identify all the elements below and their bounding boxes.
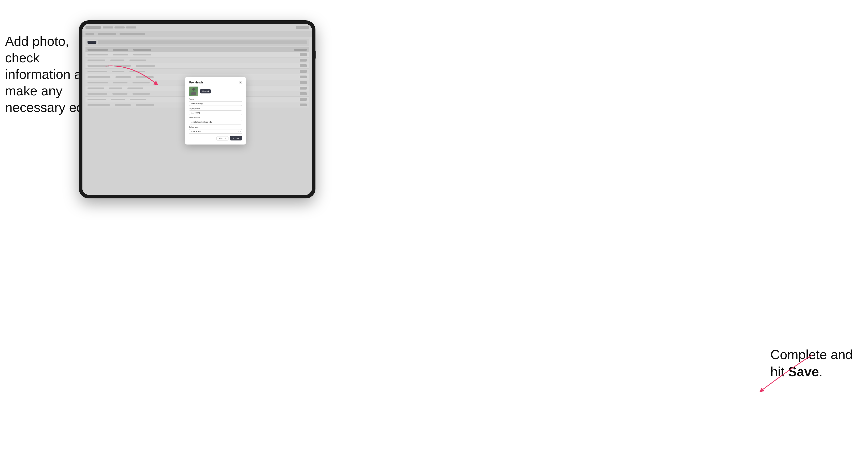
email-input[interactable] xyxy=(189,120,242,124)
user-details-dialog: User details × Upload Name Dis xyxy=(185,77,246,145)
display-name-field-group: Display name xyxy=(189,107,242,115)
save-icon: ⬆ xyxy=(232,137,234,139)
name-label: Name xyxy=(189,98,242,100)
email-field-group: Email address xyxy=(189,117,242,124)
dialog-footer: Cancel ⬆ Save xyxy=(189,136,242,141)
upload-photo-button[interactable]: Upload xyxy=(200,89,211,93)
school-year-label: School Year xyxy=(189,126,242,128)
save-label: Save xyxy=(235,137,239,139)
photo-section: Upload xyxy=(189,87,242,96)
school-year-select-wrapper: Fourth Year First Year Second Year Third… xyxy=(189,128,242,134)
dialog-header: User details × xyxy=(189,81,242,84)
display-name-input[interactable] xyxy=(189,111,242,115)
user-photo-thumbnail xyxy=(189,87,198,96)
school-year-select[interactable]: Fourth Year First Year Second Year Third… xyxy=(189,129,242,133)
display-name-label: Display name xyxy=(189,107,242,110)
chevron-down-icon: ⌄ xyxy=(240,130,241,132)
annotation-right: Complete and hit Save. xyxy=(770,346,853,380)
email-label: Email address xyxy=(189,117,242,119)
save-button[interactable]: ⬆ Save xyxy=(230,136,242,141)
tablet-side-button xyxy=(315,51,316,59)
select-icons: ✕ ⌄ xyxy=(238,130,241,132)
tablet-device: › › xyxy=(79,20,315,198)
school-year-field-group: School Year Fourth Year First Year Secon… xyxy=(189,126,242,134)
cancel-button[interactable]: Cancel xyxy=(216,136,228,141)
dialog-close-button[interactable]: × xyxy=(239,81,242,84)
modal-overlay: User details × Upload Name Dis xyxy=(83,24,312,195)
tablet-screen: › › xyxy=(83,24,312,195)
select-clear-icon[interactable]: ✕ xyxy=(238,130,239,132)
name-input[interactable] xyxy=(189,101,242,106)
dialog-title: User details xyxy=(189,81,204,84)
name-field-group: Name xyxy=(189,98,242,106)
photo-preview xyxy=(189,87,198,96)
